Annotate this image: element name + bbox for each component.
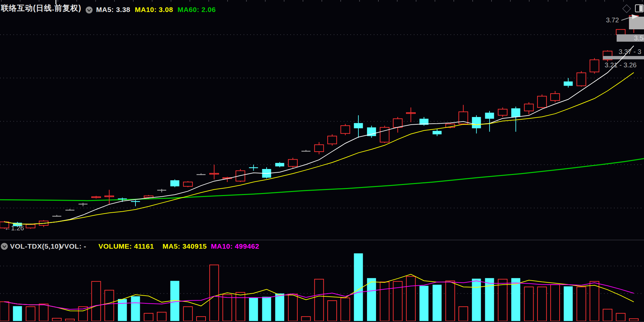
candle-down xyxy=(131,201,140,202)
volume-bar-down xyxy=(249,298,258,321)
candle-up xyxy=(577,73,586,86)
volume-bar-up xyxy=(52,318,61,321)
candle-up xyxy=(498,109,507,115)
volume-ma5-label: MA5: 340915 xyxy=(163,243,207,250)
diamond-icon[interactable] xyxy=(622,4,631,13)
volume-bar-up xyxy=(301,317,310,321)
volume-bar-up xyxy=(223,295,232,321)
candle-up xyxy=(210,173,219,174)
volume-bar-up xyxy=(616,313,625,321)
ma10-legend: MA10: 3.08 xyxy=(135,6,173,13)
candle-up xyxy=(393,119,402,127)
candle-up xyxy=(26,224,35,228)
volume-bar-up xyxy=(551,285,560,321)
volume-bar-up xyxy=(380,282,389,321)
ma5-legend: MA5: 3.38 xyxy=(96,6,130,13)
price-volume-chart xyxy=(0,0,644,322)
candle-up xyxy=(406,113,415,114)
panel-layout-icon[interactable] xyxy=(635,4,644,12)
volume-bar-down xyxy=(131,296,140,321)
price-note-box xyxy=(629,17,644,29)
pane-divider[interactable] xyxy=(0,240,644,240)
candle-up xyxy=(315,145,324,152)
volume-value-label: VOLUME: 41161 xyxy=(98,243,154,250)
candle-up xyxy=(525,104,534,111)
candle-down xyxy=(432,131,441,134)
volume-bar-up xyxy=(459,307,468,321)
volume-bar-up xyxy=(446,281,455,321)
volume-bar-up xyxy=(498,279,507,321)
candle-up xyxy=(328,136,337,144)
vvol-label: VVOL: - xyxy=(59,243,86,250)
candle-down xyxy=(472,117,481,128)
volume-bar-up xyxy=(577,287,586,321)
price-note-top: 3.54 xyxy=(634,35,644,41)
trading-app-window: 联络互动(日线.前复权) MA5: 3.38 MA10: 3.08 MA60: … xyxy=(0,0,644,322)
candle-up xyxy=(551,94,560,101)
volume-bar-up xyxy=(538,287,547,321)
volume-bar-down xyxy=(432,285,441,321)
candle-down xyxy=(275,163,284,166)
candle-down xyxy=(249,167,258,168)
candle-up xyxy=(184,182,193,186)
chevron-down-icon[interactable] xyxy=(85,6,93,14)
candle-down xyxy=(564,81,573,86)
volume-bar-down xyxy=(419,286,428,321)
candle-flat xyxy=(157,190,166,191)
volume-bar-down xyxy=(118,299,127,321)
candle-flat xyxy=(197,174,206,175)
volume-bar-up xyxy=(144,313,153,321)
candle-up xyxy=(92,197,101,198)
volume-bar-down xyxy=(275,294,284,321)
volume-bar-up xyxy=(0,302,9,321)
candle-up xyxy=(590,60,599,72)
volume-bar-up xyxy=(39,304,48,321)
volume-ma10-label: MA10: 499462 xyxy=(211,243,259,250)
volume-bar-up xyxy=(590,281,599,321)
volume-bar-down xyxy=(472,279,481,321)
stock-title: 联络互动(日线.前复权) xyxy=(1,4,81,12)
volume-bar-down xyxy=(354,253,363,321)
volume-bar-up xyxy=(603,309,612,321)
volume-bar-up xyxy=(629,319,638,321)
volume-bar-up xyxy=(26,307,35,321)
candle-flat xyxy=(52,216,61,217)
candle-down xyxy=(511,108,520,117)
volume-bar-up xyxy=(184,307,193,321)
ma60-legend: MA60: 2.06 xyxy=(178,6,216,13)
volume-bar-up xyxy=(341,298,350,321)
volume-bar-up xyxy=(92,281,101,321)
volume-bar-down xyxy=(564,286,573,321)
volume-bar-up xyxy=(236,292,245,321)
volume-bar-up xyxy=(406,276,415,321)
volume-bar-up xyxy=(157,312,166,321)
price-note-mid: 3.37 - 3 xyxy=(619,48,641,55)
candle-up xyxy=(616,29,625,35)
volume-indicator-name: VOL-TDX(5,10) xyxy=(10,243,61,250)
candle-up xyxy=(105,196,114,197)
volume-bar-up xyxy=(315,279,324,321)
candle-flat xyxy=(301,151,310,152)
candle-up xyxy=(288,159,297,166)
volume-bar-up xyxy=(105,290,114,321)
volume-bar-up xyxy=(328,301,337,321)
candle-up xyxy=(341,126,350,133)
high-price-label: 3.72 xyxy=(606,17,619,23)
candle-down xyxy=(485,113,494,119)
volume-bar-up xyxy=(197,317,206,321)
candle-up xyxy=(538,96,547,108)
volume-bar-down xyxy=(367,278,376,321)
volume-bar-down xyxy=(262,297,271,321)
low-price-label: ←1.26 xyxy=(4,225,24,231)
volume-bar-up xyxy=(525,287,534,321)
price-note-bottom: 3.21 - 3.26 xyxy=(605,62,637,68)
candle-down xyxy=(170,180,179,186)
candle-down xyxy=(118,198,127,199)
candle-flat xyxy=(78,204,87,205)
volume-bar-up xyxy=(210,265,219,321)
volume-chevron-down-icon[interactable] xyxy=(1,243,8,250)
volume-bar-down xyxy=(485,278,494,321)
candle-flat xyxy=(65,210,74,211)
volume-bar-down xyxy=(13,306,22,321)
volume-bar-up xyxy=(288,294,297,321)
